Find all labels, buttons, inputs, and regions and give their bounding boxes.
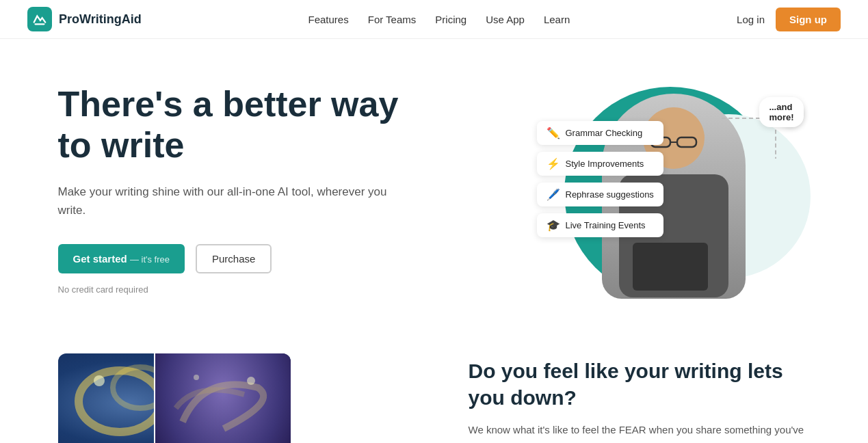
pill-training: 🎓 Live Training Events xyxy=(537,213,663,237)
section2-description: We know what it's like to feel the FEAR … xyxy=(469,422,811,443)
navbar: ProWritingAid Features For Teams Pricing… xyxy=(0,0,868,39)
nav-features[interactable]: Features xyxy=(308,14,349,25)
svg-point-8 xyxy=(247,377,255,385)
pill-style: ⚡ Style Improvements xyxy=(537,152,663,176)
rephrase-icon: 🖊️ xyxy=(547,188,560,201)
nav-learn[interactable]: Learn xyxy=(544,14,570,25)
hero-illustration: ...and more! ✦ ✏️ Grammar Check xyxy=(537,80,811,299)
section2-text: Do you feel like your writing lets you d… xyxy=(469,358,811,443)
section2-title: Do you feel like your writing lets you d… xyxy=(469,358,811,411)
brand-name: ProWritingAid xyxy=(59,12,142,27)
pill-rephrase: 🖊️ Rephrase suggestions xyxy=(537,183,663,206)
svg-rect-1 xyxy=(677,137,696,147)
pill-grammar-label: Grammar Checking xyxy=(566,128,643,138)
pill-rephrase-label: Rephrase suggestions xyxy=(566,189,654,200)
hero-title: There's a better way to write xyxy=(58,84,414,166)
style-icon: ⚡ xyxy=(547,157,560,170)
get-started-label: Get started xyxy=(73,253,127,265)
grammar-icon: ✏️ xyxy=(547,126,560,139)
svg-point-5 xyxy=(94,375,105,386)
hero-left: There's a better way to write Make your … xyxy=(58,84,414,295)
nav-for-teams[interactable]: For Teams xyxy=(368,14,417,25)
more-bubble: ...and more! xyxy=(759,97,803,127)
second-painting xyxy=(154,353,291,443)
training-icon: 🎓 xyxy=(547,219,560,232)
purchase-button[interactable]: Purchase xyxy=(196,244,272,273)
painting-illustration: My idea in my head xyxy=(58,353,291,443)
pill-grammar: ✏️ Grammar Checking xyxy=(537,121,663,145)
logo-area[interactable]: ProWritingAid xyxy=(27,7,142,31)
hero-section: There's a better way to write Make your … xyxy=(3,39,865,326)
pill-training-label: Live Training Events xyxy=(566,220,646,230)
section2: My idea in my head Do you feel like your… xyxy=(3,326,865,443)
nav-actions: Log in Sign up xyxy=(737,8,841,31)
swirl2-svg xyxy=(169,367,272,435)
login-button[interactable]: Log in xyxy=(737,14,765,25)
free-label: — it's free xyxy=(130,254,170,265)
nav-links: Features For Teams Pricing Use App Learn xyxy=(308,14,570,25)
feature-pills: ✏️ Grammar Checking ⚡ Style Improvements… xyxy=(537,121,663,237)
laptop-illustration xyxy=(633,243,708,291)
nav-pricing[interactable]: Pricing xyxy=(435,14,466,25)
svg-point-9 xyxy=(194,375,199,380)
signup-button[interactable]: Sign up xyxy=(776,8,841,31)
get-started-button[interactable]: Get started — it's free xyxy=(58,244,185,273)
pill-style-label: Style Improvements xyxy=(566,159,644,169)
nav-use-app[interactable]: Use App xyxy=(486,14,525,25)
hero-buttons: Get started — it's free Purchase xyxy=(58,244,414,273)
logo-icon xyxy=(27,7,52,31)
hero-subtitle: Make your writing shine with our all-in-… xyxy=(58,183,414,219)
no-credit-text: No credit card required xyxy=(58,284,414,295)
